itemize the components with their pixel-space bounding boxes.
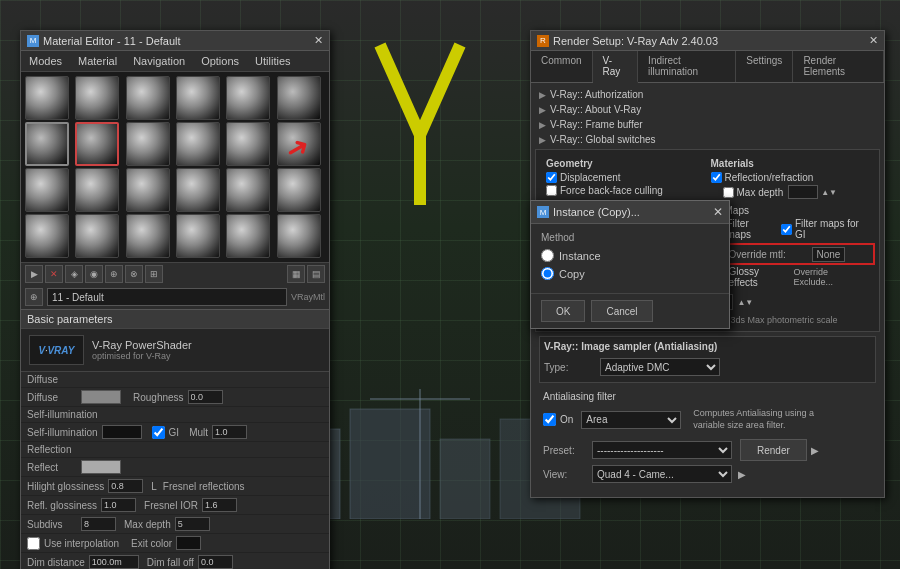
aa-filter-select[interactable]: Area Blackman Catmull-Rom <box>581 411 681 429</box>
cancel-button[interactable]: Cancel <box>591 300 652 322</box>
toolbar-btn-4[interactable]: ⊕ <box>105 265 123 283</box>
view-arrow[interactable]: ▶ <box>738 469 746 480</box>
filter-maps-gi-checkbox[interactable] <box>781 224 792 235</box>
toolbar-btn-3[interactable]: ◉ <box>85 265 103 283</box>
sphere-12[interactable] <box>25 168 69 212</box>
sphere-13[interactable] <box>75 168 119 212</box>
sphere-21[interactable] <box>176 214 220 258</box>
material-name-input[interactable] <box>47 288 287 306</box>
sphere-5[interactable] <box>277 76 321 120</box>
subdivs-row: Subdivs Max depth <box>21 515 329 534</box>
menu-utilities[interactable]: Utilities <box>247 53 298 69</box>
gi-checkbox[interactable] <box>152 426 165 439</box>
subdivs-input[interactable] <box>81 517 116 531</box>
reflection-checkbox[interactable] <box>711 172 722 183</box>
menu-navigation[interactable]: Navigation <box>125 53 193 69</box>
mult-input[interactable] <box>212 425 247 439</box>
toolbar-btn-x[interactable]: ✕ <box>45 265 63 283</box>
force-back-face-checkbox[interactable] <box>546 185 557 196</box>
sphere-19[interactable] <box>75 214 119 258</box>
use-interp-checkbox[interactable] <box>27 537 40 550</box>
sphere-8[interactable] <box>126 122 170 166</box>
preset-row: Preset: -------------------- Render ▶ <box>543 437 872 463</box>
sphere-3[interactable] <box>176 76 220 120</box>
sphere-2[interactable] <box>126 76 170 120</box>
sampler-type-select[interactable]: Adaptive DMC Fixed Adaptive Subdivision <box>600 358 720 376</box>
sphere-9[interactable] <box>176 122 220 166</box>
toolbar-btn-0[interactable]: ▶ <box>25 265 43 283</box>
toolbar-btn-grid2[interactable]: ▤ <box>307 265 325 283</box>
toolbar-btn-2[interactable]: ◈ <box>65 265 83 283</box>
toolbar-btn-grid1[interactable]: ▦ <box>287 265 305 283</box>
sphere-22[interactable] <box>226 214 270 258</box>
toolbar-btn-6[interactable]: ⊞ <box>145 265 163 283</box>
override-mtl-row: Override mtl: None <box>709 245 872 264</box>
force-back-face-row: Force back-face culling <box>544 184 707 197</box>
vray-global-row[interactable]: ▶ V-Ray:: Global switches <box>535 132 880 147</box>
render-setup-close[interactable]: ✕ <box>869 34 878 47</box>
vray-auth-row[interactable]: ▶ V-Ray:: Authorization <box>535 87 880 102</box>
diffuse-swatch[interactable] <box>81 390 121 404</box>
render-arrow[interactable]: ▶ <box>811 445 819 456</box>
method-label: Method <box>541 232 719 243</box>
ok-button[interactable]: OK <box>541 300 585 322</box>
max-depth-spinner[interactable]: ▲▼ <box>821 188 837 197</box>
tab-vray[interactable]: V-Ray <box>593 51 639 83</box>
dim-falloff-input[interactable] <box>198 555 233 569</box>
sphere-20[interactable] <box>126 214 170 258</box>
sphere-4[interactable] <box>226 76 270 120</box>
menu-material[interactable]: Material <box>70 53 125 69</box>
toolbar-btn-5[interactable]: ⊗ <box>125 265 143 283</box>
eyedropper-btn[interactable]: ⊕ <box>25 288 43 306</box>
sphere-23[interactable] <box>277 214 321 258</box>
sampler-type-row: Type: Adaptive DMC Fixed Adaptive Subdiv… <box>544 356 871 378</box>
menu-options[interactable]: Options <box>193 53 247 69</box>
max-depth-input[interactable] <box>175 517 210 531</box>
displacement-checkbox[interactable] <box>546 172 557 183</box>
tab-indirect[interactable]: Indirect illumination <box>638 51 736 82</box>
sphere-14[interactable] <box>126 168 170 212</box>
max-depth-field[interactable] <box>788 185 818 199</box>
override-mtl-value[interactable]: None <box>812 247 846 262</box>
diffuse-sub-label: Diffuse <box>27 392 77 403</box>
secondary-bias-spinner[interactable]: ▲▼ <box>737 298 753 307</box>
exit-color-swatch[interactable] <box>176 536 201 550</box>
view-select[interactable]: Quad 4 - Came... <box>592 465 732 483</box>
preset-select[interactable]: -------------------- <box>592 441 732 459</box>
sphere-1[interactable] <box>75 76 119 120</box>
copy-radio[interactable] <box>541 267 554 280</box>
material-editor-close[interactable]: ✕ <box>314 34 323 47</box>
mult-label: Mult <box>189 427 208 438</box>
aa-on-checkbox[interactable] <box>543 413 556 426</box>
tab-settings[interactable]: Settings <box>736 51 793 82</box>
sphere-18[interactable] <box>25 214 69 258</box>
antialiasing-section: Antialiasing filter On Area Blackman Cat… <box>539 387 876 489</box>
fresnel-ior-input[interactable] <box>202 498 237 512</box>
menu-modes[interactable]: Modes <box>21 53 70 69</box>
vray-about-row[interactable]: ▶ V-Ray:: About V-Ray <box>535 102 880 117</box>
sphere-16[interactable] <box>226 168 270 212</box>
image-sampler-section: V-Ray:: Image sampler (Antialiasing) Typ… <box>539 336 876 383</box>
max-depth-checkbox[interactable] <box>723 187 734 198</box>
dialog-close-btn[interactable]: ✕ <box>713 205 723 219</box>
dim-distance-input[interactable] <box>89 555 139 569</box>
tab-render-elements[interactable]: Render Elements <box>793 51 884 82</box>
fb-label: V-Ray:: Frame buffer <box>550 119 643 130</box>
sphere-10[interactable] <box>226 122 270 166</box>
vray-fb-row[interactable]: ▶ V-Ray:: Frame buffer <box>535 117 880 132</box>
hilight-input[interactable] <box>108 479 143 493</box>
sphere-6[interactable] <box>25 122 69 166</box>
refl-gloss-input[interactable] <box>101 498 136 512</box>
sphere-7[interactable] <box>75 122 119 166</box>
vray-branding: V·VRAY V-Ray PowerShader optimised for V… <box>21 329 329 372</box>
roughness-input[interactable] <box>188 390 223 404</box>
reflect-swatch[interactable] <box>81 460 121 474</box>
sphere-17[interactable] <box>277 168 321 212</box>
override-exclude-label[interactable]: Override Exclude... <box>794 267 867 287</box>
instance-radio[interactable] <box>541 249 554 262</box>
sphere-15[interactable] <box>176 168 220 212</box>
self-illum-swatch[interactable] <box>102 425 142 439</box>
tab-common[interactable]: Common <box>531 51 593 82</box>
sphere-0[interactable] <box>25 76 69 120</box>
render-button[interactable]: Render <box>740 439 807 461</box>
